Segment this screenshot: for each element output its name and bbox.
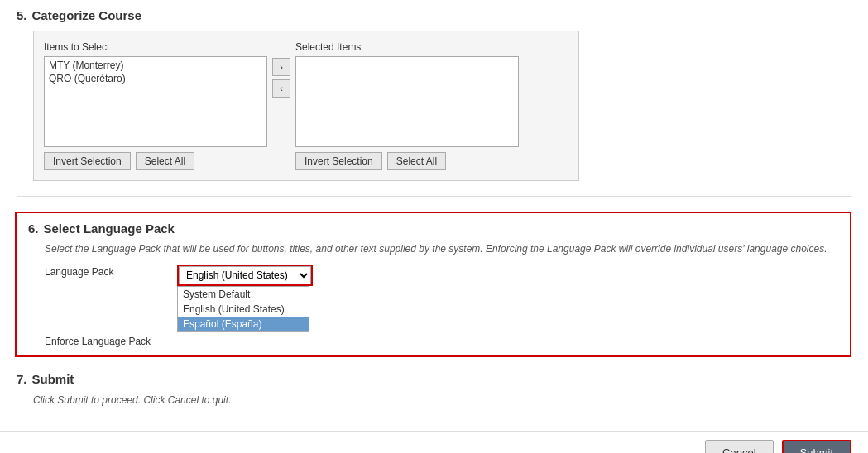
- selected-items-label: Selected Items: [295, 41, 519, 53]
- section-5-header: 5. Categorize Course: [17, 8, 851, 22]
- items-to-select-label: Items to Select: [44, 41, 267, 53]
- section-6: 6. Select Language Pack Select the Langu…: [15, 212, 851, 357]
- list-item[interactable]: MTY (Monterrey): [46, 59, 265, 72]
- invert-selection-right-button[interactable]: Invert Selection: [295, 152, 382, 170]
- dropdown-option-english-us[interactable]: English (United States): [178, 302, 309, 317]
- dropdown-option-system-default[interactable]: System Default: [178, 287, 309, 302]
- language-pack-control: System Default English (United States) E…: [177, 265, 313, 286]
- submit-button[interactable]: Submit: [782, 440, 851, 453]
- items-to-select-listbox[interactable]: MTY (Monterrey) QRO (Querétaro): [44, 56, 267, 147]
- section-5-title: Categorize Course: [32, 8, 142, 22]
- language-pack-select[interactable]: System Default English (United States) E…: [179, 266, 311, 284]
- section-6-header: 6. Select Language Pack: [28, 222, 838, 236]
- selected-items-listbox[interactable]: [295, 56, 519, 147]
- invert-selection-left-button[interactable]: Invert Selection: [44, 152, 131, 170]
- language-pack-row: Language Pack System Default English (Un…: [45, 265, 838, 286]
- section-5: 5. Categorize Course Items to Select MTY…: [17, 8, 851, 197]
- move-left-button[interactable]: ‹: [272, 79, 290, 98]
- section-7-header: 7. Submit: [17, 372, 851, 386]
- items-to-select-panel: Items to Select MTY (Monterrey) QRO (Que…: [44, 41, 267, 170]
- section-7: 7. Submit Click Submit to proceed. Click…: [17, 372, 851, 414]
- section-7-number: 7.: [17, 372, 27, 386]
- left-bottom-buttons: Invert Selection Select All: [44, 152, 267, 170]
- language-dropdown-options: System Default English (United States) E…: [177, 286, 309, 332]
- right-bottom-buttons: Invert Selection Select All: [295, 152, 519, 170]
- dual-listbox: Items to Select MTY (Monterrey) QRO (Que…: [33, 31, 579, 181]
- select-all-right-button[interactable]: Select All: [387, 152, 446, 170]
- section-6-number: 6.: [28, 222, 39, 236]
- section-6-description: Select the Language Pack that will be us…: [45, 242, 838, 256]
- section-7-title: Submit: [32, 372, 74, 386]
- language-pack-dropdown-wrapper: System Default English (United States) E…: [177, 265, 313, 286]
- enforce-language-label: Enforce Language Pack: [45, 336, 177, 347]
- dropdown-option-espanol[interactable]: Español (España): [178, 317, 309, 331]
- transfer-buttons: › ‹: [267, 58, 295, 98]
- enforce-language-row: Enforce Language Pack: [45, 336, 838, 347]
- language-pack-label: Language Pack: [45, 265, 177, 278]
- select-all-left-button[interactable]: Select All: [136, 152, 194, 170]
- list-item[interactable]: QRO (Querétaro): [46, 72, 265, 85]
- selected-items-panel: Selected Items Invert Selection Select A…: [295, 41, 519, 170]
- bottom-action-bar: Cancel Submit: [0, 431, 868, 453]
- submit-description: Click Submit to proceed. Click Cancel to…: [33, 394, 851, 406]
- section-6-title: Select Language Pack: [44, 222, 175, 236]
- section-5-number: 5.: [17, 8, 27, 22]
- cancel-button[interactable]: Cancel: [705, 440, 773, 453]
- move-right-button[interactable]: ›: [272, 58, 290, 76]
